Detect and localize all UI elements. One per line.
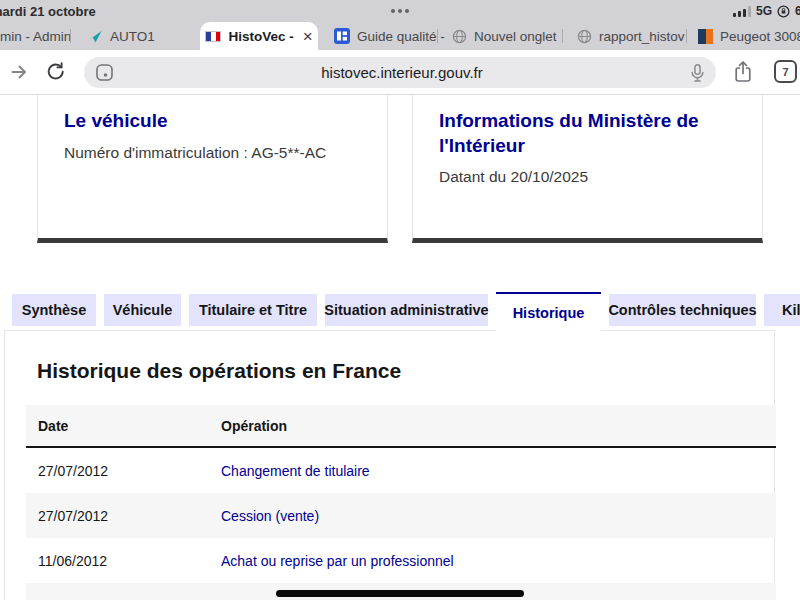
browser-tab-rapport[interactable]: rapport_histov (577, 22, 685, 50)
tab-separator (437, 29, 438, 43)
french-flag-icon (205, 31, 221, 42)
status-date: mardi 21 octobre (0, 4, 96, 19)
battery-percent: 6 (795, 4, 800, 18)
orientation-lock-icon (777, 5, 790, 18)
tab-titulaire-et-titre[interactable]: Titulaire et Titre (189, 294, 317, 326)
browser-tab-guide[interactable]: Guide qualité - (334, 22, 445, 50)
url-text: histovec.interieur.gouv.fr (113, 64, 691, 81)
browser-tab-label: Peugeot 3008 (720, 29, 800, 44)
tab-situation-administrative[interactable]: Situation administrative (325, 294, 488, 326)
close-icon[interactable]: × (303, 28, 313, 45)
operations-table: Date Opération 27/07/2012 Changement de … (26, 405, 776, 600)
section-heading: Historique des opérations en France (37, 359, 774, 383)
home-indicator[interactable] (276, 590, 524, 597)
ministry-card-title: Informations du Ministère de l'Intérieur (439, 109, 736, 158)
forward-icon[interactable] (9, 62, 29, 86)
tab-vehicule[interactable]: Véhicule (104, 294, 181, 326)
cell-operation: Changement de titulaire (221, 463, 370, 479)
browser-tab-label: HistoVec - (228, 29, 293, 44)
safari-nav-bar: histovec.interieur.gouv.fr 7 (0, 50, 800, 95)
tab-label: Véhicule (113, 302, 173, 318)
column-header-date: Date (26, 418, 221, 434)
ministry-card: Informations du Ministère de l'Intérieur… (412, 95, 763, 243)
url-bar[interactable]: histovec.interieur.gouv.fr (84, 57, 716, 88)
browser-tab-label: Nouvel onglet (474, 29, 557, 44)
vehicle-registration: Numéro d'immatriculation : AG-5**-AC (64, 144, 361, 162)
vehicle-card: Le véhicule Numéro d'immatriculation : A… (37, 95, 388, 243)
tab-label: Synthèse (22, 302, 86, 318)
network-type-label: 5G (756, 4, 772, 18)
ministry-card-date: Datant du 20/10/2025 (439, 168, 736, 186)
reload-icon[interactable] (45, 61, 66, 86)
browser-tab-histovec-active[interactable]: HistoVec - × (200, 22, 318, 50)
globe-icon (577, 29, 592, 44)
browser-tab-label: rapport_histov (599, 29, 685, 44)
vehicle-card-title: Le véhicule (64, 109, 361, 134)
page-viewport: Le véhicule Numéro d'immatriculation : A… (0, 95, 800, 600)
reader-icon[interactable] (96, 64, 113, 81)
peugeot-logo-icon (698, 29, 713, 44)
browser-tab-auto1[interactable]: AUTO1 (86, 22, 155, 50)
mic-icon[interactable] (691, 64, 704, 82)
status-right-cluster: 5G 6 (733, 0, 800, 22)
cell-date: 27/07/2012 (26, 508, 221, 524)
safari-tab-strip: min - Admin AUTO1 HistoVec - × Guide qua… (0, 22, 800, 50)
tab-count-icon[interactable]: 7 (774, 60, 797, 83)
browser-tab-label: Guide qualité - (357, 29, 445, 44)
tab-separator (562, 29, 563, 43)
tab-label: Titulaire et Titre (199, 302, 307, 318)
table-row: 27/07/2012 Changement de titulaire (26, 448, 776, 493)
browser-tab-nouvel-onglet[interactable]: Nouvel onglet (452, 22, 557, 50)
share-icon[interactable] (733, 59, 753, 89)
table-row: 11/06/2012 Achat ou reprise par un profe… (26, 538, 776, 583)
tab-label: Situation administrative (324, 302, 488, 318)
tab-historique-active[interactable]: Historique (496, 292, 601, 332)
tab-synthese[interactable]: Synthèse (12, 294, 96, 326)
table-row: 27/07/2012 Cession (vente) (26, 493, 776, 538)
report-tab-list: Synthèse Véhicule Titulaire et Titre Sit… (12, 294, 800, 332)
layout-grid-icon (334, 28, 350, 44)
browser-tab-admin[interactable]: min - Admin (0, 22, 71, 50)
tab-label: Kilométrage (782, 302, 800, 318)
tab-label: Historique (513, 305, 585, 321)
cellular-signal-icon (733, 6, 751, 17)
cell-date: 27/07/2012 (26, 463, 221, 479)
browser-tab-label: AUTO1 (110, 29, 155, 44)
cell-date: 11/06/2012 (26, 553, 221, 569)
tab-separator (70, 29, 71, 43)
globe-icon (452, 29, 467, 44)
auto1-icon (86, 29, 103, 44)
cell-operation: Cession (vente) (221, 508, 319, 524)
tab-count-label: 7 (782, 66, 788, 78)
cell-operation: Achat ou reprise par un professionnel (221, 553, 454, 569)
tab-label: Contrôles techniques (608, 302, 756, 318)
status-bar: mardi 21 octobre 5G 6 (0, 0, 800, 22)
browser-tab-peugeot[interactable]: Peugeot 3008 (698, 22, 800, 50)
browser-tab-label: min - Admin (0, 29, 71, 44)
table-header-row: Date Opération (26, 405, 776, 448)
historique-panel: Historique des opérations en France Date… (4, 330, 775, 600)
tab-controles-techniques[interactable]: Contrôles techniques (609, 294, 756, 326)
tab-kilometrage[interactable]: Kilométrage (764, 294, 800, 326)
ipad-safari-screen: mardi 21 octobre 5G 6 min - Admin AUTO1 … (0, 0, 800, 600)
multitasking-dots-icon[interactable] (391, 9, 409, 13)
tab-separator (686, 29, 687, 43)
column-header-operation: Opération (221, 418, 287, 434)
